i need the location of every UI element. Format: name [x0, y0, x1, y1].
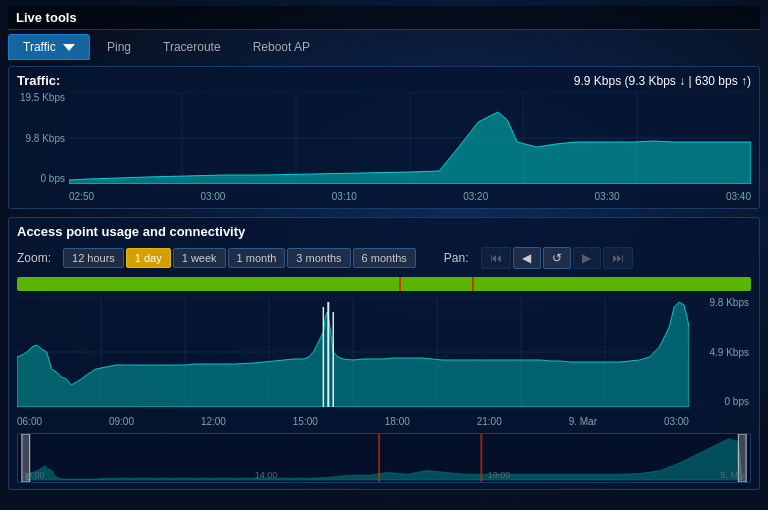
zoom-6m[interactable]: 6 months — [353, 248, 416, 268]
tab-ping[interactable]: Ping — [92, 34, 146, 60]
traffic-panel: Traffic: 9.9 Kbps (9.3 Kbps ↓ | 630 bps … — [8, 66, 760, 209]
zoom-1d[interactable]: 1 day — [126, 248, 171, 268]
pan-last[interactable]: ⏭ — [603, 247, 633, 269]
ap-chart-svg — [17, 297, 689, 407]
pan-prev[interactable]: ◀ — [513, 247, 541, 269]
ap-section: Access point usage and connectivity Zoom… — [8, 217, 760, 490]
live-tools-header: Live tools — [8, 6, 760, 30]
zoom-1m[interactable]: 1 month — [228, 248, 286, 268]
tab-reboot[interactable]: Reboot AP — [238, 34, 325, 60]
timeline-marker-1 — [399, 277, 401, 291]
timeline-marker-2 — [472, 277, 474, 291]
timeline-bar[interactable] — [17, 277, 751, 291]
ap-chart-wrapper — [17, 297, 689, 407]
pan-next[interactable]: ▶ — [573, 247, 601, 269]
pan-buttons: ⏮ ◀ ↺ ▶ ⏭ — [481, 247, 633, 269]
pan-first[interactable]: ⏮ — [481, 247, 511, 269]
traffic-y-labels: 19.5 Kbps 9.8 Kbps 0 bps — [17, 92, 69, 184]
mini-chart-area[interactable]: 09:00 14:00 19:00 5. Mar — [17, 433, 751, 483]
traffic-header: Traffic: 9.9 Kbps (9.3 Kbps ↓ | 630 bps … — [17, 73, 751, 88]
pan-label: Pan: — [444, 251, 469, 265]
traffic-stats: 9.9 Kbps (9.3 Kbps ↓ | 630 bps ↑) — [574, 74, 751, 88]
tabs-bar: Traffic Ping Traceroute Reboot AP — [8, 34, 760, 60]
traffic-chart-wrapper — [69, 92, 751, 184]
tab-traffic[interactable]: Traffic — [8, 34, 90, 60]
pan-refresh[interactable]: ↺ — [543, 247, 571, 269]
zoom-1w[interactable]: 1 week — [173, 248, 226, 268]
zoom-pan-row: Zoom: 12 hours 1 day 1 week 1 month 3 mo… — [17, 247, 751, 269]
zoom-buttons: 12 hours 1 day 1 week 1 month 3 months 6… — [63, 248, 416, 268]
mini-x-labels: 09:00 14:00 19:00 5. Mar — [22, 470, 746, 480]
traffic-title: Traffic: — [17, 73, 60, 88]
traffic-x-labels: 02:50 03:00 03:10 03:20 03:30 03:40 — [69, 184, 751, 202]
zoom-12h[interactable]: 12 hours — [63, 248, 124, 268]
ap-y-labels: 9.8 Kbps 4.9 Kbps 0 bps — [691, 297, 751, 407]
page-title: Live tools — [16, 10, 77, 25]
traffic-chart-svg — [69, 92, 751, 184]
traffic-chart-area: 19.5 Kbps 9.8 Kbps 0 bps — [17, 92, 751, 202]
zoom-3m[interactable]: 3 months — [287, 248, 350, 268]
ap-x-labels: 06:00 09:00 12:00 15:00 18:00 21:00 9. M… — [17, 407, 689, 427]
ap-section-title: Access point usage and connectivity — [17, 224, 751, 239]
zoom-label: Zoom: — [17, 251, 51, 265]
ap-chart-area: 9.8 Kbps 4.9 Kbps 0 bps 06:00 09:00 12:0… — [17, 297, 751, 427]
tab-traffic-arrow — [63, 44, 75, 51]
tab-traceroute[interactable]: Traceroute — [148, 34, 236, 60]
